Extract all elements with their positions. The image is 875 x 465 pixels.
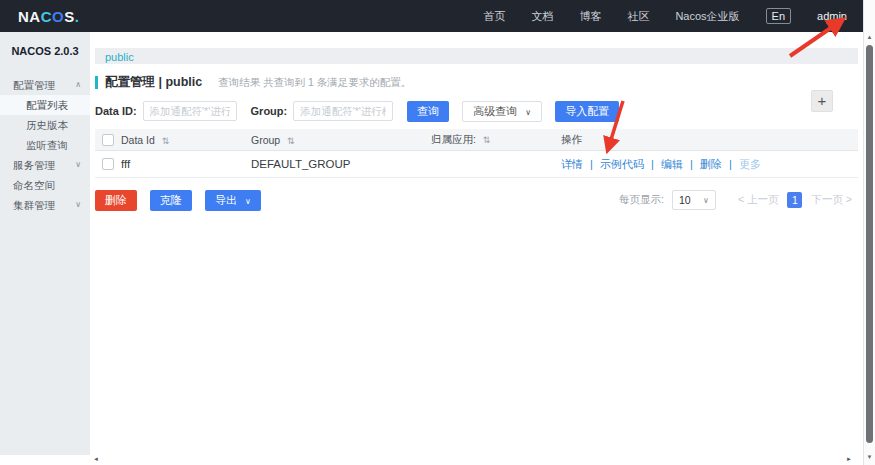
namespace-tab-bar: public <box>95 48 858 64</box>
chevron-down-icon: ∨ <box>75 155 81 175</box>
row-checkbox-cell <box>95 158 121 170</box>
page-header: 配置管理 | public 查询结果 共查询到 1 条满足要求的配置。 <box>95 74 858 91</box>
action-separator: | <box>729 158 732 170</box>
export-label: 导出 <box>215 194 237 206</box>
header-group: Group ⇅ <box>251 134 431 146</box>
action-edit-link[interactable]: 编辑 <box>661 158 683 170</box>
pager: < 上一页 1 下一页 > <box>738 192 852 208</box>
delete-button[interactable]: 删除 <box>95 190 137 211</box>
export-button[interactable]: 导出 ∨ <box>205 190 261 211</box>
header-checkbox-cell <box>95 134 121 146</box>
group-label: Group: <box>251 105 288 117</box>
group-input[interactable] <box>293 101 393 121</box>
sidebar-version-title: NACOS 2.0.3 <box>0 32 90 57</box>
action-more-link[interactable]: 更多 <box>739 158 761 170</box>
sidebar-item-service-management[interactable]: 服务管理 ∨ <box>0 155 90 175</box>
nav-home[interactable]: 首页 <box>483 9 505 24</box>
logo-part: NA <box>18 8 41 25</box>
logo-part: C <box>41 8 52 25</box>
nacos-console: NACOS. 首页 文档 博客 社区 Nacos企业版 En admin NAC… <box>0 0 875 465</box>
clone-button[interactable]: 克隆 <box>150 190 192 211</box>
query-result-summary: 查询结果 共查询到 1 条满足要求的配置。 <box>218 76 411 90</box>
sort-icon[interactable]: ⇅ <box>287 136 295 146</box>
prev-label: 上一页 <box>747 193 779 205</box>
sidebar-menu: 配置管理 ∧ 配置列表 历史版本 监听查询 服务管理 ∨ 命名空间 集群管理 ∨ <box>0 75 90 215</box>
query-button[interactable]: 查询 <box>407 101 449 122</box>
nacos-logo[interactable]: NACOS. <box>18 8 79 25</box>
header-label: Data Id <box>121 134 155 146</box>
logo-part: S <box>64 8 75 25</box>
scroll-up-arrow-icon[interactable]: ▲ <box>864 34 875 40</box>
language-toggle[interactable]: En <box>766 8 791 24</box>
action-separator: | <box>651 158 654 170</box>
cell-data-id: fff <box>121 158 251 170</box>
cell-group: DEFAULT_GROUP <box>251 158 431 170</box>
page-title: 配置管理 | public <box>105 74 202 91</box>
nav-enterprise[interactable]: Nacos企业版 <box>675 9 739 24</box>
scroll-right-arrow-icon[interactable]: ► <box>846 456 852 462</box>
sidebar-item-cluster-management[interactable]: 集群管理 ∨ <box>0 195 90 215</box>
sidebar-item-history-versions[interactable]: 历史版本 <box>0 115 90 135</box>
table-header-row: Data Id ⇅ Group ⇅ 归属应用: ⇅ 操作 <box>95 129 858 151</box>
scroll-left-arrow-icon[interactable]: ◄ <box>93 456 99 462</box>
sidebar-item-label: 配置管理 <box>13 79 55 91</box>
nav-docs[interactable]: 文档 <box>531 9 553 24</box>
data-id-input[interactable] <box>143 101 237 121</box>
table-row: fff DEFAULT_GROUP 详情 | 示例代码 | 编辑 | 删除 | … <box>95 151 858 178</box>
vertical-scrollbar[interactable]: ▲ ▼ <box>863 0 875 465</box>
header-operations: 操作 <box>561 133 858 147</box>
action-separator: | <box>690 158 693 170</box>
scroll-down-arrow-icon[interactable]: ▼ <box>864 454 875 460</box>
chevron-down-icon: ∨ <box>75 195 81 215</box>
sort-icon[interactable]: ⇅ <box>483 135 491 145</box>
sidebar-item-label: 服务管理 <box>13 159 55 171</box>
chevron-down-icon: ∨ <box>245 197 251 206</box>
action-separator: | <box>590 158 593 170</box>
nav-community[interactable]: 社区 <box>627 9 649 24</box>
page-size-label: 每页显示: <box>619 193 664 207</box>
top-header: NACOS. 首页 文档 博客 社区 Nacos企业版 En admin <box>0 0 863 32</box>
data-id-label: Data ID: <box>95 105 137 117</box>
angle-right-icon: > <box>846 193 852 205</box>
add-config-button[interactable]: + <box>811 90 833 112</box>
sidebar: NACOS 2.0.3 配置管理 ∧ 配置列表 历史版本 监听查询 服务管理 ∨… <box>0 32 90 455</box>
config-table: Data Id ⇅ Group ⇅ 归属应用: ⇅ 操作 <box>95 129 858 178</box>
chevron-down-icon: ∨ <box>703 196 709 205</box>
next-label: 下一页 <box>811 193 843 205</box>
namespace-tab-public[interactable]: public <box>105 51 134 63</box>
chevron-down-icon: ∨ <box>525 108 531 117</box>
horizontal-scrollbar[interactable]: ◄ ► <box>0 455 863 465</box>
header-label: 归属应用: <box>431 133 476 145</box>
top-nav: 首页 文档 博客 社区 Nacos企业版 En admin <box>483 8 863 24</box>
row-checkbox[interactable] <box>102 158 114 170</box>
page-size-value: 10 <box>679 194 691 206</box>
import-config-button[interactable]: 导入配置 <box>555 101 619 122</box>
logo-part: O <box>52 8 64 25</box>
action-sample-code-link[interactable]: 示例代码 <box>600 158 644 170</box>
sort-icon[interactable]: ⇅ <box>162 136 170 146</box>
action-details-link[interactable]: 详情 <box>561 158 583 170</box>
advanced-query-button[interactable]: 高级查询 ∨ <box>462 101 542 122</box>
header-data-id: Data Id ⇅ <box>121 134 251 146</box>
footer-toolbar: 删除 克隆 导出 ∨ 每页显示: 10 ∨ < 上一页 1 <box>95 189 858 211</box>
prev-page-button[interactable]: < 上一页 <box>738 193 779 207</box>
sidebar-item-config-list[interactable]: 配置列表 <box>0 95 90 115</box>
title-accent-bar <box>95 76 98 89</box>
action-delete-link[interactable]: 删除 <box>700 158 722 170</box>
pagination: 每页显示: 10 ∨ < 上一页 1 下一页 > <box>619 190 858 210</box>
vertical-scrollbar-thumb[interactable] <box>866 45 873 443</box>
user-menu[interactable]: admin <box>817 10 847 22</box>
next-page-button[interactable]: 下一页 > <box>811 193 852 207</box>
page-size-select[interactable]: 10 ∨ <box>672 190 716 210</box>
angle-left-icon: < <box>738 193 744 205</box>
search-toolbar: Data ID: Group: 查询 高级查询 ∨ 导入配置 <box>95 100 858 122</box>
sidebar-item-namespace[interactable]: 命名空间 <box>0 175 90 195</box>
logo-part: . <box>75 8 80 25</box>
page-number-1[interactable]: 1 <box>787 192 802 208</box>
nav-blog[interactable]: 博客 <box>579 9 601 24</box>
sidebar-item-config-management[interactable]: 配置管理 ∧ <box>0 75 90 95</box>
advanced-query-label: 高级查询 <box>473 105 517 117</box>
select-all-checkbox[interactable] <box>102 134 114 146</box>
main-content: public 配置管理 | public 查询结果 共查询到 1 条满足要求的配… <box>90 32 863 455</box>
sidebar-item-listening-query[interactable]: 监听查询 <box>0 135 90 155</box>
